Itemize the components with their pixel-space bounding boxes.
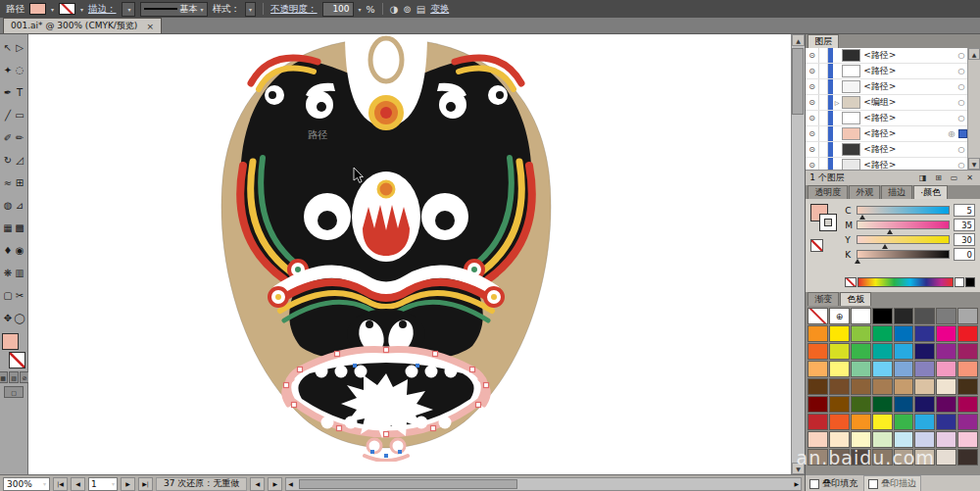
mesh-tool[interactable]: ▦ (2, 217, 14, 239)
slider-track[interactable] (857, 206, 950, 215)
slider-thumb[interactable] (855, 259, 860, 264)
swatch[interactable] (894, 361, 914, 377)
overprint-stroke-option[interactable]: 叠印描边 (863, 475, 921, 491)
fill-color-swatch[interactable] (29, 3, 46, 15)
overprint-fill-option[interactable]: 叠印填充 (809, 477, 858, 490)
swatch[interactable] (872, 431, 893, 448)
swatch[interactable] (808, 378, 828, 395)
color-spectrum-bar[interactable] (858, 277, 954, 287)
layers-scrollbar[interactable]: ▲ ▼ (967, 48, 980, 170)
layer-row[interactable]: ⊙<路径>○ (806, 158, 980, 170)
swatch[interactable] (914, 325, 935, 342)
visibility-toggle-icon[interactable]: ⊙ (806, 158, 819, 170)
swatch[interactable] (894, 325, 914, 342)
new-sublayer-icon[interactable]: ⊞ (932, 173, 945, 182)
layer-row[interactable]: ⊙<路径>○ (806, 48, 980, 64)
scroll-up-icon[interactable]: ▲ (968, 48, 980, 60)
swatch[interactable] (808, 361, 828, 377)
chevron-down-icon[interactable]: ▾ (359, 6, 362, 13)
screen-mode-button[interactable]: ▢ (4, 386, 24, 398)
magic-wand-tool[interactable]: ✦ (2, 59, 14, 81)
swatch[interactable] (808, 325, 828, 342)
stroke-dropdown-arrow-icon[interactable]: ▾ (80, 6, 83, 13)
transform-panel-link[interactable]: 变换 (430, 3, 449, 16)
lock-toggle[interactable] (819, 48, 828, 63)
white-chip[interactable] (955, 277, 964, 287)
layer-row[interactable]: ⊙<路径>○ (806, 111, 980, 126)
slice-tool[interactable]: ✂ (14, 284, 25, 307)
expand-toggle-icon[interactable]: ▷ (833, 99, 841, 106)
slider-value[interactable]: 35 (954, 219, 975, 231)
zoom-level-select[interactable]: 300% ▾ (3, 477, 50, 491)
visibility-toggle-icon[interactable]: ⊙ (806, 48, 819, 63)
pencil-tool[interactable]: ✏ (14, 126, 25, 149)
status-scroll-left-icon[interactable]: ◀ (250, 477, 265, 491)
swatch[interactable] (829, 414, 850, 430)
swatch[interactable] (957, 325, 978, 342)
swatch[interactable] (851, 308, 871, 324)
target-circle-icon[interactable]: ○ (956, 82, 967, 91)
spectrum-none-icon[interactable] (845, 277, 857, 287)
slider-value[interactable]: 30 (954, 233, 975, 246)
stroke-proxy-swatch[interactable] (819, 214, 837, 231)
swatch[interactable] (808, 431, 828, 448)
opacity-panel-link[interactable]: 不透明度： (270, 3, 318, 16)
hand-tool[interactable]: ✥ (2, 307, 14, 329)
swatch[interactable] (829, 378, 850, 395)
layer-row[interactable]: ⊙<路径>◎ (806, 126, 980, 142)
target-circle-icon[interactable]: ○ (956, 145, 967, 154)
swatch[interactable] (957, 361, 978, 377)
slider-thumb[interactable] (859, 215, 865, 220)
paintbrush-tool[interactable]: ✐ (2, 126, 14, 149)
swatch[interactable] (957, 449, 978, 466)
swatch[interactable] (808, 449, 828, 466)
slider-thumb[interactable] (882, 244, 888, 249)
swatch[interactable] (914, 361, 935, 377)
overprint-stroke-checkbox[interactable] (868, 479, 878, 489)
swatch[interactable] (936, 414, 956, 430)
visibility-toggle-icon[interactable]: ⊙ (806, 111, 819, 125)
isolate-object-icon[interactable]: ⊚ (403, 4, 411, 15)
vertical-scroll-thumb[interactable] (792, 48, 804, 115)
swatch[interactable] (872, 325, 893, 342)
swatch[interactable] (914, 431, 935, 448)
swatch[interactable] (851, 361, 871, 377)
selection-tool[interactable]: ↖ (2, 36, 14, 59)
target-circle-icon[interactable]: ◎ (946, 129, 957, 138)
previous-artboard-icon[interactable]: ◀ (71, 477, 85, 491)
slider-value[interactable]: 0 (954, 248, 975, 261)
swatch[interactable] (914, 308, 935, 324)
swatch[interactable] (829, 343, 850, 360)
swatch[interactable] (851, 449, 871, 466)
fill-dropdown-arrow-icon[interactable]: ▾ (51, 6, 54, 13)
horizontal-scrollbar[interactable]: ◀ ▶ (285, 477, 802, 491)
target-circle-icon[interactable]: ○ (956, 114, 967, 123)
artboard-number-select[interactable]: 1 ▾ (88, 477, 118, 491)
perspective-grid-tool[interactable]: ⊿ (14, 194, 25, 217)
layer-row[interactable]: ⊙▷<编组>○ (806, 95, 980, 111)
none-swatch-icon[interactable] (810, 239, 823, 252)
swatch[interactable] (914, 449, 935, 466)
style-select[interactable]: ▾ (245, 2, 256, 17)
recolor-artwork-icon[interactable]: ◑ (390, 4, 399, 15)
canvas[interactable]: 路径 ▲ ▼ (28, 34, 805, 474)
scroll-right-icon[interactable]: ▶ (795, 480, 800, 487)
swatch[interactable] (894, 308, 914, 324)
tab-gradient[interactable]: 渐变 (808, 292, 839, 306)
status-readout[interactable]: 37 次还原：无重做 (156, 477, 247, 491)
lock-toggle[interactable] (819, 111, 828, 125)
swatch[interactable] (914, 414, 935, 430)
swatch[interactable] (872, 361, 893, 377)
swatch[interactable] (936, 378, 956, 395)
lasso-tool[interactable]: ◌ (14, 59, 25, 81)
swatch[interactable] (936, 325, 956, 342)
swatch[interactable] (936, 343, 956, 360)
swatch[interactable] (829, 361, 850, 377)
swatch[interactable] (936, 431, 956, 448)
swatch[interactable] (851, 414, 871, 430)
tab-stroke[interactable]: 描边 (881, 185, 912, 199)
fill-swatch[interactable] (2, 333, 19, 350)
swatch[interactable] (872, 378, 893, 395)
swatch[interactable] (872, 343, 893, 360)
swatch[interactable] (808, 343, 828, 360)
